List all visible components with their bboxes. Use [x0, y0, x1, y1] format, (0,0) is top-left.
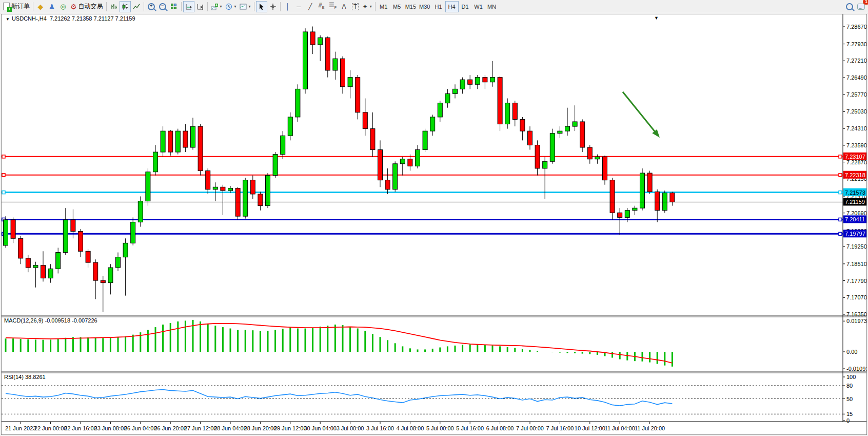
candle-body [221, 187, 225, 191]
time-axis-label: 6 Jul 08:00 [486, 425, 514, 431]
chart-window[interactable]: ▼USDCNH-,H4 7.21262 7.21358 7.21127 7.21… [1, 14, 867, 435]
depth-of-market-button[interactable]: ◆ [35, 1, 46, 12]
candle-body [325, 37, 330, 70]
candle-body [93, 262, 98, 280]
time-axis-label: 29 Jun 12:00 [274, 425, 307, 431]
crosshair-button[interactable] [267, 1, 279, 12]
timeframe-mn-button[interactable]: MN [485, 1, 499, 12]
candle-body [295, 89, 300, 117]
candle-body [633, 208, 637, 211]
vertical-line-button[interactable]: │ [282, 1, 293, 12]
price-axis-label: 7.25030 [846, 108, 866, 115]
text-label-button[interactable]: T [350, 1, 361, 12]
toolbar-separator [144, 2, 144, 11]
candle-body [543, 161, 547, 168]
candle-body [303, 32, 308, 89]
candle-body [595, 157, 600, 159]
trendline-button[interactable]: ╱ [305, 1, 316, 12]
time-axis-label: 22 Jun 16:00 [64, 425, 97, 431]
macd-indicator-label: MACD(12,26,9) -0.009518 -0.007226 [4, 317, 98, 324]
notifications-button[interactable]: 1 [855, 1, 866, 12]
price-chart-canvas[interactable]: 7.286707.279307.272107.264907.257707.250… [2, 14, 866, 434]
price-axis-label: 7.17070 [846, 294, 866, 300]
candle-body [198, 126, 203, 170]
candle-body [333, 59, 338, 70]
line-chart-button[interactable] [131, 1, 142, 12]
candle-body [228, 188, 233, 191]
line-price-label-text: 7.23107 [845, 154, 865, 160]
toolbar-separator [33, 2, 33, 11]
candle-body [528, 131, 532, 145]
price-axis-label: 7.23590 [846, 142, 866, 148]
templates-button[interactable]: ▾ [238, 1, 252, 12]
horizontal-line-button[interactable]: ─ [293, 1, 305, 12]
arrows-button[interactable]: ✦▾ [361, 1, 373, 12]
candle-body [123, 243, 128, 257]
depth-of-market-icon: ◆ [38, 3, 44, 10]
channel-button[interactable]: ⫻E [316, 1, 327, 12]
chart-top-marker-icon[interactable]: ▼ [654, 15, 659, 21]
line-chart-icon [133, 3, 140, 10]
fibonacci-button[interactable]: ☰F [327, 1, 339, 12]
signals-button[interactable]: ◎ [57, 1, 69, 12]
candle-body [288, 117, 292, 136]
signal-icon: ◎ [60, 3, 66, 10]
timeframe-m30-button[interactable]: M30 [418, 1, 431, 12]
text-icon: A [342, 4, 346, 10]
timeframe-w1-button[interactable]: W1 [472, 1, 485, 12]
new-order-icon: + [3, 3, 10, 10]
candle-body [520, 119, 525, 131]
candle-body [498, 78, 502, 124]
time-axis-label: 26 Jun 04:00 [124, 425, 157, 431]
time-axis-label: 21 Jun 2023 [5, 425, 36, 431]
chart-collapse-icon[interactable]: ▼ [6, 17, 10, 22]
text-button[interactable]: A [339, 1, 350, 12]
crosshair-icon [269, 3, 277, 10]
line-anchor-marker [839, 174, 842, 177]
indicators-button[interactable]: ▾ [209, 1, 224, 12]
cursor-button[interactable] [256, 1, 267, 12]
quote-open: 7.21262 [50, 15, 70, 22]
timeframe-m5-button[interactable]: M5 [390, 1, 404, 12]
search-button[interactable] [844, 1, 855, 12]
zoom-out-button[interactable]: − [157, 1, 168, 12]
candle-body [625, 211, 629, 218]
zoom-in-button[interactable]: + [146, 1, 157, 12]
tile-windows-button[interactable] [168, 1, 180, 12]
timeframe-d1-button[interactable]: D1 [459, 1, 472, 12]
auto-scroll-button[interactable] [183, 1, 194, 12]
candle-body [460, 80, 465, 89]
line-anchor-marker [839, 232, 842, 235]
periods-button[interactable]: ▾ [224, 1, 238, 12]
candle-body [71, 220, 75, 232]
timeframe-m15-button[interactable]: M15 [404, 1, 418, 12]
mql5-community-button[interactable]: ♟ [46, 1, 57, 12]
candle-body [258, 194, 263, 206]
time-axis-label: 4 Jul 08:00 [396, 425, 424, 431]
time-axis-label: 5 Jul 00:00 [426, 425, 454, 431]
macd-signal-line [6, 324, 672, 363]
timeframe-h1-button[interactable]: H1 [432, 1, 445, 12]
candle-body [385, 180, 390, 189]
price-axis-label: 7.27210 [846, 58, 866, 64]
new-order-label: 新订单 [11, 2, 30, 11]
new-order-button[interactable]: + 新订单 [2, 1, 31, 12]
candle-body [33, 266, 38, 268]
auto-trading-button[interactable]: ⚙ 自动交易 [69, 1, 105, 12]
candlestick-chart-button[interactable] [120, 1, 131, 12]
line-price-label-text: 7.21573 [845, 189, 865, 196]
chart-shift-button[interactable] [194, 1, 206, 12]
zoom-in-icon: + [148, 3, 155, 10]
timeframe-m1-button[interactable]: M1 [377, 1, 390, 12]
time-axis-label: 5 Jul 16:00 [456, 425, 484, 431]
line-anchor-marker [839, 155, 842, 158]
candle-body [138, 201, 143, 222]
bar-chart-button[interactable] [108, 1, 120, 12]
candle-body [161, 131, 165, 152]
candle-body [378, 150, 383, 180]
candle-body [348, 78, 352, 87]
timeframe-h4-button[interactable]: H4 [445, 1, 459, 12]
dropdown-arrow-icon: ▾ [234, 4, 236, 9]
candle-body [550, 134, 555, 162]
candle-body [640, 173, 645, 208]
